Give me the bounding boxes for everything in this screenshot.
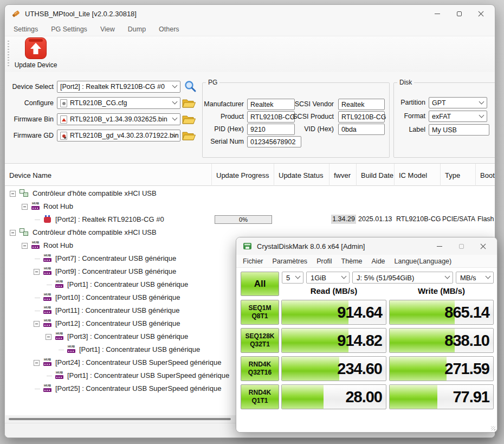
- header-update-progress[interactable]: Update Progress: [212, 164, 274, 186]
- format-label: Format: [382, 112, 425, 120]
- partition-combo[interactable]: GPT: [429, 97, 487, 108]
- tree-row-port2-device[interactable]: [Port2] : Realtek RTL9210B-CG #0 0% 1.34…: [5, 213, 495, 226]
- read-value: 914.64: [337, 304, 382, 321]
- collapse-icon[interactable]: [22, 204, 28, 210]
- device-select-combo[interactable]: [Port2] : Realtek RTL9210B-CG #0: [57, 81, 180, 93]
- minimize-button[interactable]: [427, 5, 448, 22]
- folder-open-icon: [182, 114, 196, 125]
- firmware-bin-label: Firmware Bin: [7, 115, 54, 123]
- collapse-icon[interactable]: [22, 243, 28, 249]
- hub-icon: HUB: [31, 241, 41, 250]
- scsi-product-field[interactable]: RTL9210B-CG: [338, 111, 385, 123]
- collapse-icon[interactable]: [10, 191, 16, 197]
- menu-view[interactable]: View: [100, 25, 115, 33]
- hub-icon: HUB: [55, 371, 65, 380]
- header-build-date[interactable]: Build Date: [357, 164, 395, 186]
- mptool-titlebar[interactable]: UTHSB_MPtool_Lite [v2.0.2.30818]: [5, 5, 495, 22]
- scrollbar-thumb[interactable]: [9, 418, 231, 420]
- close-icon: [480, 243, 486, 249]
- vid-label: VID (Hex): [251, 125, 334, 133]
- all-test-button[interactable]: All: [241, 272, 279, 296]
- config-file-icon: [60, 99, 67, 107]
- rnd4k-q32t16-button[interactable]: RND4KQ32T16: [241, 356, 279, 381]
- scsi-vendor-field[interactable]: Realtek: [338, 99, 385, 110]
- firmware-gd-browse-button[interactable]: [182, 129, 197, 142]
- header-boot[interactable]: Boot: [476, 164, 495, 186]
- rnd4k-q32t16-read-bar: 234.60: [281, 356, 386, 381]
- collapse-icon[interactable]: [34, 269, 40, 275]
- window-title: UTHSB_MPtool_Lite [v2.0.2.30818]: [25, 10, 137, 18]
- cdm-menu-aide[interactable]: Aide: [372, 258, 385, 265]
- maximize-icon: [459, 244, 464, 249]
- test-size-combo[interactable]: 1GiB: [306, 272, 350, 284]
- unit-combo[interactable]: MB/s: [456, 272, 494, 284]
- firmware-gd-combo[interactable]: RTL9210B_gd_v4.30.23.071922.bin: [57, 130, 180, 141]
- disk-group: Disk Partition GPT Format exFAT Label My…: [393, 79, 495, 158]
- minimize-icon: [435, 14, 440, 14]
- cdm-menu-profil[interactable]: Profil: [316, 258, 332, 265]
- header-type[interactable]: Type: [441, 164, 476, 186]
- hub-icon: HUB: [43, 319, 53, 328]
- collapse-icon[interactable]: [34, 360, 40, 366]
- header-device-name[interactable]: Device Name: [5, 164, 212, 186]
- search-device-button[interactable]: [183, 80, 198, 93]
- firmware-bin-browse-button[interactable]: [182, 113, 197, 126]
- cdm-titlebar[interactable]: CrystalDiskMark 8.0.6 x64 [Admin]: [236, 237, 497, 255]
- ic-model-value: RTL9210B-CG: [396, 215, 441, 223]
- tree-row-xhci-controller-1[interactable]: Contrôleur d'hôte compatible xHCI USB: [5, 187, 495, 200]
- disk-legend: Disk: [397, 79, 414, 86]
- cdm-close-button[interactable]: [472, 238, 494, 254]
- target-drive-combo[interactable]: J: 5% (51/954GiB): [352, 272, 453, 284]
- menu-settings[interactable]: Settings: [14, 25, 38, 33]
- vid-field[interactable]: 0bda: [338, 124, 385, 135]
- configure-browse-button[interactable]: [182, 96, 197, 110]
- hub-icon: HUB: [55, 280, 65, 289]
- read-value: 28.00: [345, 388, 382, 406]
- menu-dump[interactable]: Dump: [128, 25, 146, 33]
- test-count-combo[interactable]: 5: [282, 272, 303, 284]
- chevron-down-icon: [479, 112, 484, 118]
- hub-icon: HUB: [55, 332, 65, 341]
- configure-combo[interactable]: RTL9210B_CG.cfg: [57, 97, 180, 109]
- header-update-status[interactable]: Update Status: [274, 164, 329, 186]
- seq1m-q8t1-button[interactable]: SEQ1MQ8T1: [241, 300, 279, 325]
- menu-pg-settings[interactable]: PG Settings: [51, 25, 87, 33]
- maximize-button[interactable]: [448, 5, 470, 22]
- scsi-product-label: SCSI Product: [251, 113, 334, 120]
- partition-label: Partition: [382, 99, 425, 106]
- menu-others[interactable]: Others: [159, 25, 179, 33]
- collapse-icon[interactable]: [46, 334, 51, 340]
- cdm-maximize-button[interactable]: [450, 238, 472, 254]
- cdm-menu-parametres[interactable]: Paramètres: [273, 258, 308, 265]
- seq128k-q32t1-read-bar: 914.82: [281, 328, 386, 353]
- firmware-bin-combo[interactable]: RTL9210B_v1.34.39.032625.bin: [57, 113, 180, 125]
- cdm-minimize-button[interactable]: [429, 238, 450, 254]
- cdm-menu-langue[interactable]: Langue(Language): [395, 258, 452, 265]
- close-button[interactable]: [470, 5, 492, 22]
- serial-num-field[interactable]: 012345678902: [247, 136, 301, 147]
- update-progress-bar: 0%: [215, 215, 272, 224]
- tree-row-root-hub-1[interactable]: HUB Root Hub: [5, 200, 495, 213]
- boot-value: Flash: [477, 215, 494, 223]
- rnd4k-q1t1-button[interactable]: RND4KQ1T1: [241, 384, 279, 409]
- chevron-down-icon: [172, 99, 178, 105]
- read-column-header: Read (MB/s): [281, 285, 386, 297]
- format-combo[interactable]: exFAT: [429, 111, 487, 122]
- cdm-menu-theme[interactable]: Thème: [341, 258, 363, 265]
- header-ic-model[interactable]: IC Model: [395, 164, 441, 186]
- disk-label-field[interactable]: My USB: [429, 124, 489, 136]
- serial-num-label: Serial Num: [198, 138, 244, 145]
- resize-grip[interactable]: [491, 426, 495, 430]
- chevron-down-icon: [172, 115, 178, 121]
- seq128k-q32t1-button[interactable]: SEQ128KQ32T1: [241, 328, 279, 353]
- collapse-icon[interactable]: [10, 230, 16, 236]
- device-table-header: Device Name Update Progress Update Statu…: [5, 163, 495, 186]
- device-select-label: Device Select: [7, 83, 54, 91]
- usb-stick-icon: [11, 9, 21, 18]
- form-area: Device Select [Port2] : Realtek RTL9210B…: [5, 55, 495, 161]
- minimize-icon: [437, 246, 442, 247]
- header-fwver[interactable]: fwver: [329, 164, 357, 186]
- collapse-icon[interactable]: [34, 321, 40, 327]
- chevron-down-icon: [295, 274, 301, 279]
- cdm-menu-fichier[interactable]: Fichier: [243, 258, 263, 265]
